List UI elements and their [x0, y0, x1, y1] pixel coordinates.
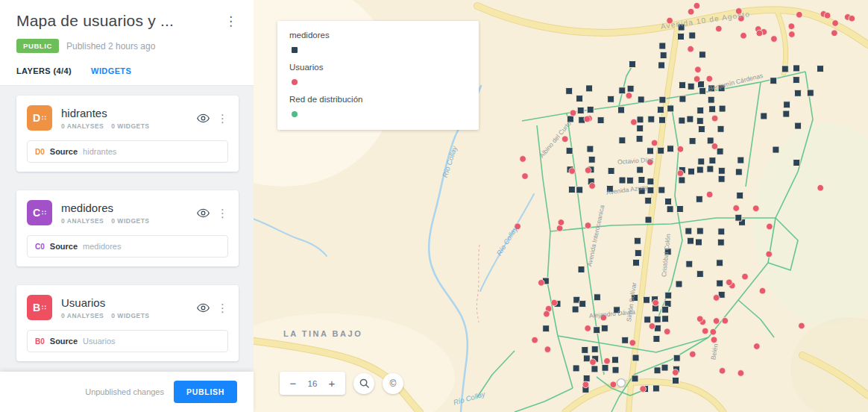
usuario-point [733, 205, 740, 212]
medidor-point [578, 266, 585, 273]
map-options-menu-button[interactable]: ⋮ [223, 12, 239, 28]
map-container[interactable]: Avenida 10 de AgostoBenjamín CárdenasAlb… [254, 0, 868, 412]
medidor-point [632, 375, 638, 382]
medidor-point [638, 187, 645, 194]
medidor-point [588, 156, 595, 163]
medidor-point [637, 166, 644, 173]
layer-options-menu[interactable]: ⋮ [217, 113, 228, 124]
medidor-point [612, 366, 619, 373]
layer-card-usuarios: B∷ Usuarios 0 ANALYSES 0 WIDGETS ⋮ [16, 285, 239, 361]
usuario-point [771, 36, 778, 43]
medidor-point [577, 107, 584, 114]
medidor-point [567, 116, 573, 122]
layer-visibility-eye-icon[interactable] [197, 303, 210, 313]
search-button[interactable] [353, 373, 374, 394]
medidor-point [717, 239, 724, 246]
tab-layers[interactable]: LAYERS (4/4) [16, 66, 72, 85]
usuario-point [631, 119, 638, 125]
usuario-point [832, 20, 839, 27]
medidor-point [627, 85, 634, 92]
medidor-point [606, 186, 613, 193]
medidor-point [582, 346, 588, 353]
attribution-button[interactable]: © [383, 373, 403, 394]
medidor-point [645, 216, 652, 223]
source-node-id: D0 [35, 148, 45, 156]
medidor-point [676, 281, 682, 287]
search-icon [359, 378, 369, 388]
medidor-point [696, 271, 703, 278]
source-node-id: B0 [35, 337, 45, 346]
layer-icon-letter: C [33, 207, 40, 219]
usuario-point [799, 322, 805, 329]
medidor-point [735, 169, 742, 175]
usuario-point [569, 168, 576, 175]
medidor-point [608, 168, 614, 175]
layer-icon-dots: ∷ [42, 114, 46, 122]
layer-source-row[interactable]: D0 Source hidrantes [27, 140, 228, 163]
tab-widgets[interactable]: WIDGETS [91, 66, 131, 85]
usuario-point [706, 191, 713, 198]
legend-label-medidores: medidores [289, 31, 467, 40]
usuario-point [789, 31, 796, 38]
medidor-point [679, 82, 686, 89]
usuario-point [711, 143, 718, 150]
legend-item: medidores [289, 31, 467, 53]
usuario-point [719, 368, 726, 375]
medidor-point [662, 306, 669, 313]
medidor-point [688, 83, 694, 90]
medidor-point [576, 96, 583, 102]
medidor-point [644, 296, 650, 303]
usuario-point [695, 66, 702, 73]
usuario-point [817, 184, 824, 191]
medidor-point [632, 295, 638, 302]
privacy-badge: PUBLIC [16, 39, 59, 53]
layer-options-menu[interactable]: ⋮ [217, 207, 228, 219]
zoom-out-button[interactable]: − [283, 376, 304, 390]
usuario-point [677, 170, 684, 177]
medidor-point [659, 43, 666, 49]
medidor-point [696, 239, 702, 246]
publish-button[interactable]: PUBLISH [174, 381, 237, 403]
usuario-point [538, 280, 545, 287]
usuario-point [515, 223, 521, 230]
usuario-point [735, 8, 742, 15]
layer-type-icon: C∷ [27, 200, 52, 225]
medidor-point [688, 168, 695, 175]
page-title: Mapa de usuarios y ... [16, 12, 223, 30]
usuario-point [520, 156, 526, 163]
medidor-point [572, 306, 579, 313]
usuario-point [711, 337, 717, 343]
medidor-point [699, 87, 706, 94]
layer-visibility-eye-icon[interactable] [197, 208, 210, 218]
usuario-point [652, 299, 659, 306]
layer-source-row[interactable]: C0 Source medidores [27, 235, 228, 258]
usuario-point [544, 346, 551, 353]
medidor-point [738, 157, 744, 163]
layer-source-row[interactable]: B0 Source Usuarios [27, 330, 228, 352]
usuario-point [788, 23, 795, 30]
layer-options-menu[interactable]: ⋮ [217, 302, 228, 313]
usuario-point [604, 358, 611, 364]
layer-name: medidores [61, 202, 197, 214]
medidor-point [586, 85, 593, 92]
published-status: Published 2 hours ago [66, 41, 155, 52]
medidor-point [679, 177, 685, 184]
usuario-point [582, 381, 589, 388]
layer-name: hidrantes [61, 107, 197, 119]
medidor-point [698, 158, 705, 165]
unpublished-changes-label: Unpublished changes [85, 387, 164, 396]
medidor-point [660, 52, 667, 59]
usuario-point [694, 2, 700, 9]
usuario-point [722, 317, 729, 324]
usuario-point [585, 325, 591, 332]
layer-info: hidrantes 0 ANALYSES 0 WIDGETS [61, 107, 197, 130]
usuario-point [831, 30, 838, 37]
medidor-point [793, 65, 800, 72]
medidor-point [773, 146, 779, 153]
zoom-in-button[interactable]: + [321, 376, 342, 390]
usuario-point [713, 295, 720, 302]
layer-name: Usuarios [61, 296, 197, 309]
layer-analyses-count: 0 ANALYSES [61, 217, 104, 225]
layer-visibility-eye-icon[interactable] [197, 113, 210, 123]
medidor-point [717, 148, 723, 154]
